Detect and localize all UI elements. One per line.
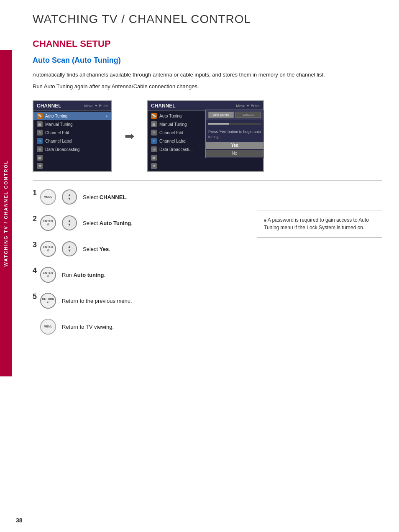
page-number: 38 <box>16 517 23 524</box>
section-title: CHANNEL SETUP <box>33 38 382 49</box>
popup-antenna-btn[interactable]: ANTENNA <box>208 112 234 118</box>
menu-icon-extra2: ⚑ <box>37 163 43 169</box>
step-1-menu-button: MENU <box>40 189 56 205</box>
tv-menu-right-title: CHANNEL <box>151 103 176 109</box>
menu-item-manual-tuning[interactable]: ▦ Manual Tuning <box>33 120 111 128</box>
menu-item-channel-label[interactable]: ⊙ Channel Label <box>33 137 111 145</box>
menu-right-label-data-broadcasting: Data Broadcasti... <box>159 147 192 152</box>
menu-item-channel-edit[interactable]: ✎ Channel Edit <box>33 128 111 137</box>
slider-bar <box>208 123 261 125</box>
menu-icon-auto-tuning: 📡 <box>37 113 43 119</box>
tv-menu-right-nav: Move ✦ Enter <box>236 104 260 108</box>
menu-item-extra2: ⚑ <box>33 162 111 170</box>
menu-right-icon-channel-label: ⊙ <box>151 138 157 144</box>
step-4-numbering: 4 ENTER⊙ <box>33 267 56 283</box>
popup-cable-btn[interactable]: CABLE <box>235 112 261 118</box>
tv-menu-left-body: 📡 Auto Tuning ● ▦ Manual Tuning ✎ Channe… <box>33 111 111 171</box>
popup-slider <box>206 120 263 128</box>
popup-overlay: ANTENNA CABLE Press 'Yes' button to begi… <box>205 110 264 158</box>
step-4-num: 4 <box>33 267 38 274</box>
step-3-numbering: 3 ENTER⊙ <box>33 241 56 257</box>
step-3-nav: ▲ ▼ <box>62 241 77 256</box>
step-5-text: Return to the previous menu. <box>62 298 132 304</box>
popup-antenna-row: ANTENNA CABLE <box>206 110 263 120</box>
menu-right-extra2: ⚑ <box>148 162 263 170</box>
side-tab-label: WATCHING TV / CHANNEL CONTROL <box>3 160 8 266</box>
step-1-numbering: 1 MENU <box>33 189 56 205</box>
tv-menu-left-title: CHANNEL <box>37 103 61 109</box>
menu-label-data-broadcasting: Data Broadcasting <box>45 147 79 152</box>
step-1-row: 1 MENU ▲ ▼ Select CHANNEL. <box>33 189 244 205</box>
step-4-text: Run Auto tuning. <box>62 272 105 278</box>
slider-fill <box>208 123 229 125</box>
step-5-return-button: RETURN↩ <box>40 293 56 309</box>
step-menu-numbering: MENU <box>33 319 56 335</box>
menu-icon-extra1: ▦ <box>37 155 43 161</box>
step-2-text: Select Auto Tuning. <box>83 220 133 226</box>
step-3-text: Select Yes. <box>83 246 110 252</box>
menu-icon-channel-label: ⊙ <box>37 138 43 144</box>
menu-right-label-auto-tuning: Auto Tuning <box>159 114 182 118</box>
step-3-enter-button: ENTER⊙ <box>40 241 56 257</box>
step-2-num: 2 <box>33 215 38 223</box>
menu-label-auto-tuning: Auto Tuning <box>45 114 67 118</box>
tv-menu-right: CHANNEL Move ✦ Enter 📡 Auto Tuning ▦ Man… <box>147 100 264 172</box>
menu-icon-data-broadcasting: ◎ <box>37 146 43 152</box>
step-menu-row: MENU Return to TV viewing. <box>33 319 244 335</box>
popup-prompt-text: Press 'Yes' button to begin auto tuning. <box>206 128 263 141</box>
menu-right-icon-extra2: ⚑ <box>151 163 157 169</box>
popup-no-btn[interactable]: No <box>206 150 263 157</box>
step-3-row: 3 ENTER⊙ ▲ ▼ Select Yes. <box>33 241 244 257</box>
step-5-numbering: 5 RETURN↩ <box>33 293 56 309</box>
menu-label-channel-label: Channel Label <box>45 139 72 143</box>
side-tab: WATCHING TV / CHANNEL CONTROL <box>0 50 12 376</box>
menu-right-icon-data-broadcasting: ◎ <box>151 146 157 152</box>
menu-icon-channel-edit: ✎ <box>37 130 43 136</box>
tv-menu-left-nav: Move ✦ Enter <box>84 104 108 108</box>
step-1-nav: ▲ ▼ <box>62 189 77 205</box>
menu-item-auto-tuning[interactable]: 📡 Auto Tuning ● <box>33 112 111 120</box>
step-2-numbering: 2 ENTER⊙ <box>33 215 56 231</box>
menu-item-extra1: ▦ <box>33 153 111 162</box>
menu-right-label-channel-label: Channel Label <box>159 139 187 143</box>
step-2-nav: ▲ ▼ <box>62 215 77 230</box>
step-5-row: 5 RETURN↩ Return to the previous menu. <box>33 293 244 309</box>
menu-icon-manual-tuning: ▦ <box>37 121 43 127</box>
screenshots-area: CHANNEL Move ✦ Enter 📡 Auto Tuning ● ▦ M… <box>33 100 382 172</box>
step-5-num: 5 <box>33 293 38 300</box>
step-2-row: 2 ENTER⊙ ▲ ▼ Select Auto Tuning. <box>33 215 244 231</box>
subsection-title: Auto Scan (Auto Tuning) <box>33 56 382 65</box>
menu-label-channel-edit: Channel Edit <box>45 130 69 135</box>
menu-item-data-broadcasting[interactable]: ◎ Data Broadcasting <box>33 145 111 153</box>
step-2-enter-button: ENTER⊙ <box>40 215 56 231</box>
step-3-num: 3 <box>33 241 38 248</box>
popup-yes-btn[interactable]: Yes <box>206 142 263 149</box>
note-box: A password is required to gain access to… <box>257 210 382 238</box>
description1: Automatically finds all channels availab… <box>33 71 376 79</box>
menu-right-icon-manual-tuning: ▦ <box>151 121 157 127</box>
steps-container: 1 MENU ▲ ▼ Select CHANNEL. 2 ENTER⊙ <box>33 189 382 345</box>
page-title: WATCHING TV / CHANNEL CONTROL <box>33 13 382 26</box>
menu-right-label-manual-tuning: Manual Tuning <box>159 122 187 127</box>
step-4-enter-button: ENTER⊙ <box>40 267 56 283</box>
step-menu-text: Return to TV viewing. <box>62 324 114 330</box>
steps-left: 1 MENU ▲ ▼ Select CHANNEL. 2 ENTER⊙ <box>33 189 244 345</box>
step-menu-button: MENU <box>40 319 56 335</box>
menu-right-icon-auto-tuning: 📡 <box>151 113 157 119</box>
section-divider <box>33 180 382 181</box>
arrow-right-icon: ➡ <box>125 129 134 143</box>
tv-menu-left-header: CHANNEL Move ✦ Enter <box>33 101 111 111</box>
step-4-row: 4 ENTER⊙ Run Auto tuning. <box>33 267 244 283</box>
menu-right-label-channel-edit: Channel Edit <box>159 130 183 135</box>
step-1-text: Select CHANNEL. <box>83 194 128 200</box>
menu-label-manual-tuning: Manual Tuning <box>45 122 73 127</box>
menu-right-icon-channel-edit: ✎ <box>151 130 157 136</box>
description2: Run Auto Tuning again after any Antenna/… <box>33 82 376 91</box>
tv-menu-left: CHANNEL Move ✦ Enter 📡 Auto Tuning ● ▦ M… <box>33 100 112 172</box>
step-1-num: 1 <box>33 189 38 197</box>
menu-right-icon-extra1: ▦ <box>151 155 157 161</box>
